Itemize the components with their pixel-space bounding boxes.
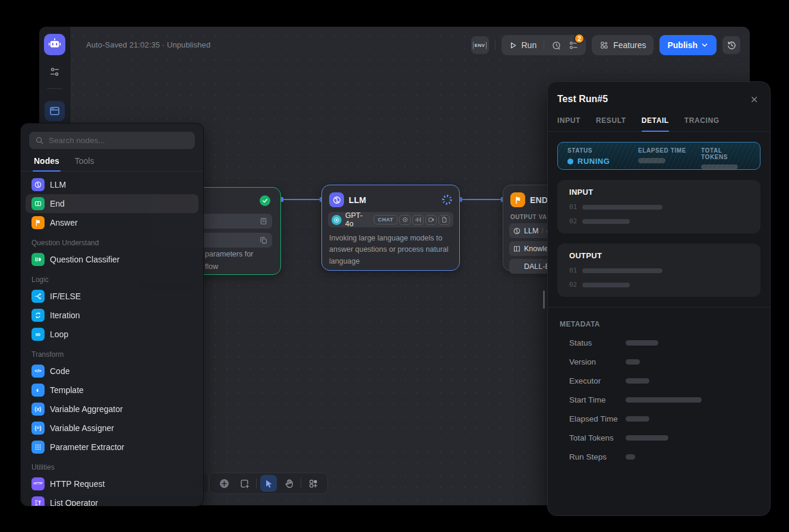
features-icon (599, 40, 609, 50)
document-icon[interactable] (259, 217, 268, 226)
node-list-item-variable-assigner[interactable]: {=}Variable Assigner (26, 419, 198, 438)
node-list-item-http-request[interactable]: HTTPHTTP Request (26, 474, 198, 493)
path-separator: / (541, 227, 543, 235)
test-run-panel: Test Run#5 INPUTRESULTDETAILTRACING STAT… (547, 81, 771, 516)
toolbar-separator (301, 479, 301, 488)
organize-nodes-button[interactable] (305, 475, 321, 492)
llm-node-header: LLM (322, 185, 459, 212)
run-panel-tab-detail[interactable]: DETAIL (642, 116, 669, 131)
node-list-item-parameter-extractor[interactable]: Parameter Extractor (26, 438, 198, 457)
node-item-label: LLM (50, 180, 66, 189)
env-button[interactable]: ENV (471, 36, 489, 54)
screen: Auto-Saved 21:02:35 · Unpublished ENV Ru… (0, 0, 789, 532)
node-list-item-list-operator[interactable]: List Operator (26, 493, 198, 506)
node-list-item-code[interactable]: </>Code (26, 362, 198, 381)
node-list-item-answer[interactable]: Answer (26, 213, 198, 232)
node-panel-tabs: NodesTools (21, 155, 203, 172)
checklist-icon[interactable]: 2 (569, 40, 579, 50)
output-card-title: OUTPUT (569, 251, 749, 260)
node-list-item-iteration[interactable]: Iteration (26, 306, 198, 325)
metadata-label: Start Time (569, 395, 626, 404)
play-icon (509, 41, 517, 50)
node-item-label: Variable Aggregator (50, 404, 123, 414)
node-panel-tab-tools[interactable]: Tools (75, 156, 94, 171)
app-logo-robot-icon[interactable] (44, 34, 65, 55)
row-index: 02 (569, 217, 577, 225)
llm-node[interactable]: LLM GPT-4o CHAT Invoking large language … (321, 185, 460, 271)
loop-icon: ∞ (31, 328, 45, 341)
preview-window-icon[interactable] (45, 101, 65, 121)
close-button[interactable] (747, 93, 760, 106)
node-list: LLMEndAnswerQuestion UnderstandQuestion … (21, 172, 203, 506)
node-list-item-template[interactable]: ◐Template (26, 381, 198, 400)
answer-icon (31, 216, 45, 229)
video-icon (425, 215, 437, 225)
node-list-item-variable-aggregator[interactable]: {x}Variable Aggregator (26, 400, 198, 419)
canvas-toolbar (209, 473, 328, 494)
node-panel-tab-nodes[interactable]: Nodes (34, 156, 59, 171)
node-item-label: Template (50, 385, 84, 395)
sidebar-divider (47, 88, 62, 89)
variable-aggregator-icon: {x} (31, 403, 45, 416)
panel-resize-handle[interactable] (543, 290, 545, 309)
run-panel-divider (548, 307, 770, 308)
io-row: 01 (569, 203, 749, 211)
node-search-box[interactable] (29, 132, 195, 149)
llm-node-description: Invoking large language models to answer… (322, 227, 459, 273)
end-output-label: DALL-E (524, 262, 550, 271)
publish-button[interactable]: Publish (659, 35, 717, 55)
pointer-tool-button[interactable] (260, 475, 277, 492)
row-index: 02 (569, 281, 577, 289)
run-panel-tab-result[interactable]: RESULT (596, 116, 626, 131)
end-node-title: END (530, 195, 548, 205)
skeleton-value (626, 340, 658, 346)
toolbar-separator (256, 479, 257, 488)
dalle-icon (513, 262, 521, 271)
node-list-item-if-else[interactable]: IF/ELSE (26, 287, 198, 306)
status-dot-icon (567, 159, 573, 164)
node-list-item-question-classifier[interactable]: Question Classifier (26, 250, 198, 269)
run-button[interactable]: Run (509, 40, 537, 50)
edge-llm-to-end (460, 199, 503, 200)
row-index: 01 (569, 203, 577, 211)
skeleton-value (626, 378, 649, 384)
node-section-label: Transform (31, 350, 198, 359)
run-panel-tab-tracing[interactable]: TRACING (684, 116, 719, 131)
hand-icon (284, 479, 294, 489)
node-list-item-llm[interactable]: LLM (26, 175, 198, 194)
version-history-button[interactable] (722, 36, 740, 54)
node-item-label: Parameter Extractor (50, 442, 124, 452)
sliders-icon[interactable] (49, 66, 61, 78)
run-panel-title: Test Run#5 (557, 94, 608, 104)
model-selector[interactable]: GPT-4o CHAT (328, 212, 453, 227)
node-list-item-loop[interactable]: ∞Loop (26, 325, 198, 344)
run-label: Run (522, 40, 537, 50)
variable-assigner-icon: {=} (31, 422, 45, 435)
audio-icon (412, 215, 424, 225)
elapsed-time-label: ELAPSED TIME (638, 147, 701, 154)
metadata-label: Status (569, 338, 626, 347)
node-list-item-end[interactable]: End (26, 194, 198, 213)
note-add-icon (239, 479, 250, 489)
metadata-row-version: Version (557, 357, 760, 366)
skeleton-value (582, 268, 662, 273)
publish-label: Publish (667, 40, 698, 50)
openai-icon (332, 215, 342, 225)
hand-tool-button[interactable] (280, 475, 297, 492)
topbar-actions: ENV Run 2 Features (471, 35, 741, 55)
add-node-button[interactable] (216, 475, 232, 492)
run-history-clock-icon[interactable] (551, 40, 561, 50)
search-input[interactable] (49, 136, 189, 145)
copy-icon[interactable] (259, 236, 268, 245)
metadata-row-start-time: Start Time (557, 395, 760, 404)
metadata-row-total-tokens: Total Tokens (557, 433, 760, 442)
metadata-row-run-steps: Run Steps (557, 452, 760, 461)
skeleton-value (626, 435, 668, 441)
metadata-label: Version (569, 357, 626, 366)
topbar-divider (495, 40, 496, 50)
run-panel-tab-input[interactable]: INPUT (557, 116, 580, 131)
add-note-button[interactable] (236, 475, 253, 492)
features-button[interactable]: Features (592, 35, 654, 55)
end-output-label: LLM (524, 227, 538, 235)
list-operator-icon (31, 496, 45, 506)
